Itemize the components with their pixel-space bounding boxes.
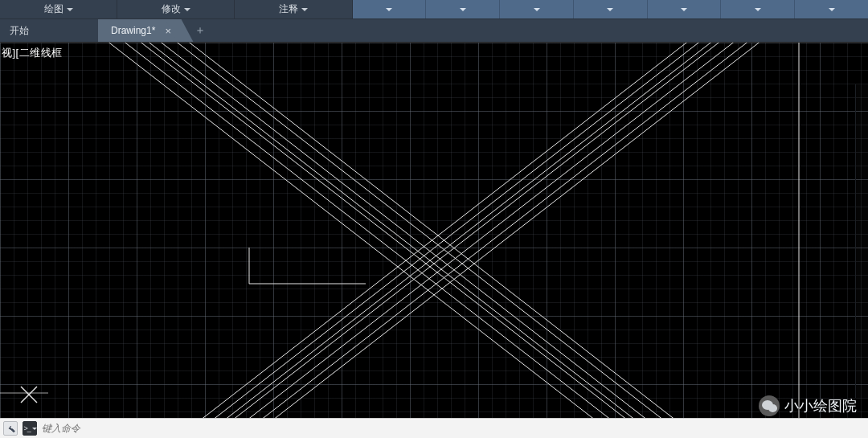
chevron-down-icon <box>32 428 37 430</box>
watermark-text: 小小绘图院 <box>784 396 857 415</box>
svg-line-1 <box>104 43 788 418</box>
ribbon-panel-draw[interactable]: 绘图 <box>0 0 117 18</box>
scrollbar-vertical[interactable] <box>855 84 868 398</box>
svg-line-6 <box>169 43 852 418</box>
svg-line-3 <box>129 43 812 418</box>
ribbon-panel-extra-7[interactable] <box>795 0 868 18</box>
command-input[interactable] <box>42 423 865 434</box>
chevron-down-icon <box>184 8 190 11</box>
plus-icon: ＋ <box>194 23 206 38</box>
watermark: 小小绘图院 <box>759 395 857 416</box>
chevron-down-icon <box>386 8 392 11</box>
svg-line-11 <box>71 43 754 418</box>
svg-line-10 <box>56 43 739 418</box>
tab-active-label: Drawing1* <box>111 25 155 36</box>
chevron-down-icon <box>607 8 613 11</box>
tab-start[interactable]: 开始 <box>0 19 98 42</box>
wechat-icon <box>759 395 780 416</box>
ribbon-panel-extra-3[interactable] <box>500 0 574 18</box>
app-root: 绘图 修改 注释 开始 Drawing1* × ＋ <box>0 0 868 438</box>
svg-line-0 <box>88 43 772 418</box>
ribbon-panel-extra-4[interactable] <box>574 0 648 18</box>
chevron-down-icon <box>67 8 73 11</box>
svg-line-9 <box>48 43 731 418</box>
drawing-lines <box>0 43 868 418</box>
chevron-down-icon <box>460 8 466 11</box>
command-line: >_ <box>0 418 868 438</box>
document-tab-bar: 开始 Drawing1* × ＋ <box>0 19 868 42</box>
svg-line-4 <box>141 43 824 418</box>
svg-line-8 <box>36 43 719 418</box>
chevron-down-icon <box>755 8 761 11</box>
svg-line-12 <box>84 43 768 418</box>
drawing-canvas[interactable]: 视][二维线框 小小绘图院 <box>0 42 868 418</box>
ribbon-panel-extra-5[interactable] <box>648 0 722 18</box>
tab-start-label: 开始 <box>10 24 29 38</box>
ribbon-panel-label: 绘图 <box>44 2 63 16</box>
svg-line-2 <box>121 43 804 418</box>
chevron-down-icon <box>829 8 835 11</box>
new-tab-button[interactable]: ＋ <box>189 19 211 42</box>
ribbon-panel-extra-2[interactable] <box>426 0 500 18</box>
chevron-down-icon <box>534 8 540 11</box>
svg-line-5 <box>157 43 840 418</box>
ribbon-panel-extra-1[interactable] <box>353 0 427 18</box>
ribbon-panel-annotate[interactable]: 注释 <box>235 0 352 18</box>
svg-line-7 <box>24 43 707 418</box>
ribbon: 绘图 修改 注释 <box>0 0 868 19</box>
tab-active[interactable]: Drawing1* × <box>98 19 179 42</box>
terminal-icon[interactable]: >_ <box>23 421 37 436</box>
ribbon-panel-modify[interactable]: 修改 <box>117 0 235 18</box>
svg-line-13 <box>96 43 780 418</box>
chevron-down-icon <box>301 8 308 11</box>
viewport-label[interactable]: 视][二维线框 <box>0 46 64 60</box>
ribbon-panel-extra-6[interactable] <box>721 0 795 18</box>
ribbon-panel-label: 注释 <box>279 2 298 16</box>
chevron-down-icon <box>681 8 687 11</box>
wrench-icon[interactable] <box>3 421 18 436</box>
close-icon[interactable]: × <box>162 24 174 37</box>
ribbon-panel-label: 修改 <box>162 2 181 16</box>
